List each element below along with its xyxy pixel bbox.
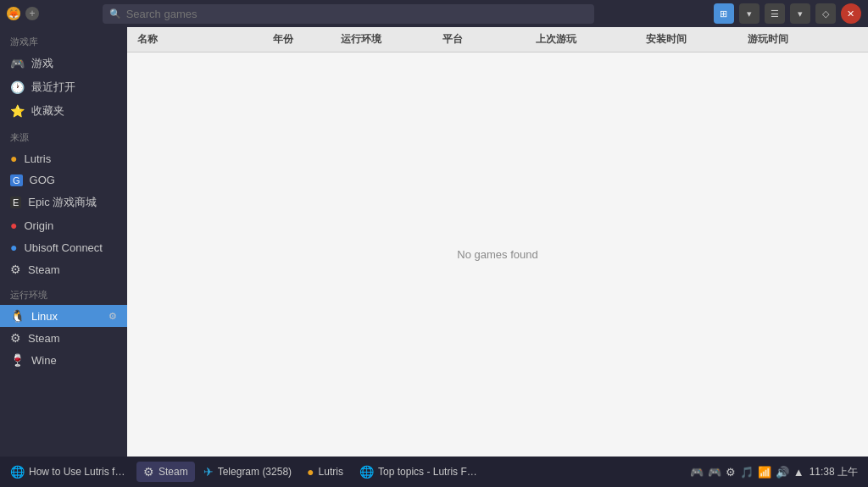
recent-icon: 🕐 bbox=[10, 80, 25, 94]
content-area: 名称 年份 运行环境 平台 上次游玩 安装时间 游玩时间 No games fo… bbox=[127, 27, 868, 457]
col-platform: 平台 bbox=[432, 32, 526, 47]
telegram-label: Telegram (3258) bbox=[218, 466, 292, 478]
sidebar-item-wine[interactable]: 🍷 Wine bbox=[0, 349, 127, 371]
table-header: 名称 年份 运行环境 平台 上次游玩 安装时间 游玩时间 bbox=[127, 27, 868, 53]
steam-runtime-label: Steam bbox=[28, 332, 117, 345]
library-label: 游戏库 bbox=[0, 27, 127, 52]
recent-label: 最近打开 bbox=[31, 80, 117, 95]
epic-icon: E bbox=[10, 196, 21, 208]
steam-tray-icon: ⚙ bbox=[726, 466, 736, 479]
lutris-taskbar-icon: ● bbox=[307, 465, 314, 479]
col-runtime: 运行环境 bbox=[331, 32, 432, 47]
sidebar-item-epic[interactable]: E Epic 游戏商城 bbox=[0, 191, 127, 214]
battery-icon: 🔊 bbox=[776, 466, 789, 479]
taskbar-sys-icons: 🎮 🎮 ⚙ 🎵 📶 🔊 ▲ bbox=[690, 466, 804, 479]
col-lastplay: 上次游玩 bbox=[526, 32, 636, 47]
howto-icon: 🌐 bbox=[10, 465, 25, 479]
origin-icon: ● bbox=[10, 219, 17, 232]
taskbar-item-lutris-taskbar[interactable]: ● Lutris bbox=[300, 462, 351, 482]
diamond-button[interactable]: ◇ bbox=[815, 3, 836, 24]
titlebar-icons: 🦊 + bbox=[7, 7, 39, 20]
col-name: 名称 bbox=[127, 32, 263, 47]
wine-label: Wine bbox=[31, 354, 117, 367]
sidebar-item-games[interactable]: 🎮 游戏 bbox=[0, 52, 127, 75]
search-input[interactable] bbox=[103, 4, 594, 24]
taskbar: 🌐 How to Use Lutris for ... ⚙ Steam ✈ Te… bbox=[0, 457, 868, 487]
howto-label: How to Use Lutris for ... bbox=[29, 466, 128, 478]
view-dropdown-button[interactable]: ▾ bbox=[739, 3, 760, 24]
taskbar-item-topicss[interactable]: 🌐 Top topics - Lutris For... bbox=[353, 462, 484, 482]
new-tab-button[interactable]: + bbox=[25, 7, 39, 20]
telegram-icon: ✈ bbox=[203, 465, 214, 479]
gog-label: GOG bbox=[30, 174, 117, 186]
sidebar-item-steam-runtime[interactable]: ⚙ Steam bbox=[0, 327, 127, 349]
taskbar-right: 🎮 🎮 ⚙ 🎵 📶 🔊 ▲ 11:38 上午 bbox=[690, 465, 865, 479]
sidebar-item-linux[interactable]: 🐧 Linux ⚙ bbox=[0, 305, 127, 327]
taskbar-item-steam[interactable]: ⚙ Steam bbox=[136, 462, 195, 482]
col-install: 安装时间 bbox=[636, 32, 737, 47]
clock-time: 11:38 上午 bbox=[810, 466, 858, 478]
gog-icon: G bbox=[10, 174, 23, 186]
favorites-label: 收藏夹 bbox=[31, 103, 117, 119]
sidebar-item-ubisoft[interactable]: ● Ubisoft Connect bbox=[0, 236, 127, 258]
col-year: 年份 bbox=[263, 32, 331, 47]
gamepad-icon: 🎮 bbox=[690, 466, 704, 479]
taskbar-item-telegram[interactable]: ✈ Telegram (3258) bbox=[197, 462, 298, 482]
taskbar-clock: 11:38 上午 bbox=[810, 465, 858, 479]
runtime-label: 运行环境 bbox=[0, 280, 127, 305]
taskbar-steam-label: Steam bbox=[159, 466, 188, 478]
app-icon: 🦊 bbox=[7, 7, 20, 20]
tray-expand-icon[interactable]: ▲ bbox=[793, 466, 804, 479]
epic-label: Epic 游戏商城 bbox=[28, 195, 117, 210]
taskbar-item-howto[interactable]: 🌐 How to Use Lutris for ... bbox=[3, 462, 135, 482]
col-playtime: 游玩时间 bbox=[737, 32, 822, 47]
steam-label: Steam bbox=[28, 263, 117, 276]
games-label: 游戏 bbox=[31, 56, 117, 71]
grid-view-button[interactable]: ⊞ bbox=[714, 3, 734, 24]
origin-label: Origin bbox=[24, 219, 117, 232]
steam-runtime-icon: ⚙ bbox=[10, 331, 21, 345]
linux-label: Linux bbox=[31, 310, 102, 323]
topics-label: Top topics - Lutris For... bbox=[378, 466, 477, 478]
close-button[interactable]: ✕ bbox=[841, 3, 861, 24]
titlebar-controls: ⊞ ▾ ☰ ▾ ◇ ✕ bbox=[714, 3, 861, 24]
ubisoft-label: Ubisoft Connect bbox=[24, 241, 117, 254]
games-icon: 🎮 bbox=[10, 57, 25, 70]
sidebar-item-recent[interactable]: 🕐 最近打开 bbox=[0, 75, 127, 99]
empty-message: No games found bbox=[457, 248, 537, 261]
search-bar: 🔍 bbox=[103, 4, 594, 24]
linux-icon: 🐧 bbox=[10, 309, 25, 323]
wine-icon: 🍷 bbox=[10, 353, 25, 367]
sources-label: 来源 bbox=[0, 123, 127, 147]
sidebar-item-origin[interactable]: ● Origin bbox=[0, 214, 127, 236]
lutris-label: Lutris bbox=[24, 152, 117, 165]
linux-settings-icon[interactable]: ⚙ bbox=[108, 311, 117, 322]
menu-button[interactable]: ☰ bbox=[765, 3, 785, 24]
taskbar-steam-icon: ⚙ bbox=[143, 465, 154, 479]
sidebar-item-favorites[interactable]: ⭐ 收藏夹 bbox=[0, 99, 127, 123]
steam-icon: ⚙ bbox=[10, 263, 21, 276]
titlebar: 🦊 + 🔍 ⊞ ▾ ☰ ▾ ◇ ✕ bbox=[0, 0, 868, 27]
lutris-taskbar-label: Lutris bbox=[319, 466, 343, 478]
sidebar: 游戏库 🎮 游戏 🕐 最近打开 ⭐ 收藏夹 来源 ● Lutris G GOG … bbox=[0, 27, 127, 457]
expand-button[interactable]: ▾ bbox=[790, 3, 810, 24]
wifi-icon: 📶 bbox=[758, 466, 771, 479]
table-body: No games found bbox=[127, 53, 868, 457]
lutris-icon: ● bbox=[10, 152, 17, 165]
topics-icon: 🌐 bbox=[359, 465, 374, 479]
sidebar-item-lutris[interactable]: ● Lutris bbox=[0, 147, 127, 169]
audio-icon: 🎵 bbox=[740, 466, 754, 479]
favorites-icon: ⭐ bbox=[10, 104, 25, 118]
sidebar-item-gog[interactable]: G GOG bbox=[0, 169, 127, 191]
sidebar-item-steam[interactable]: ⚙ Steam bbox=[0, 258, 127, 280]
discord-icon: 🎮 bbox=[708, 466, 721, 479]
search-icon: 🔍 bbox=[109, 8, 121, 19]
main-layout: 游戏库 🎮 游戏 🕐 最近打开 ⭐ 收藏夹 来源 ● Lutris G GOG … bbox=[0, 27, 868, 457]
ubisoft-icon: ● bbox=[10, 241, 17, 254]
